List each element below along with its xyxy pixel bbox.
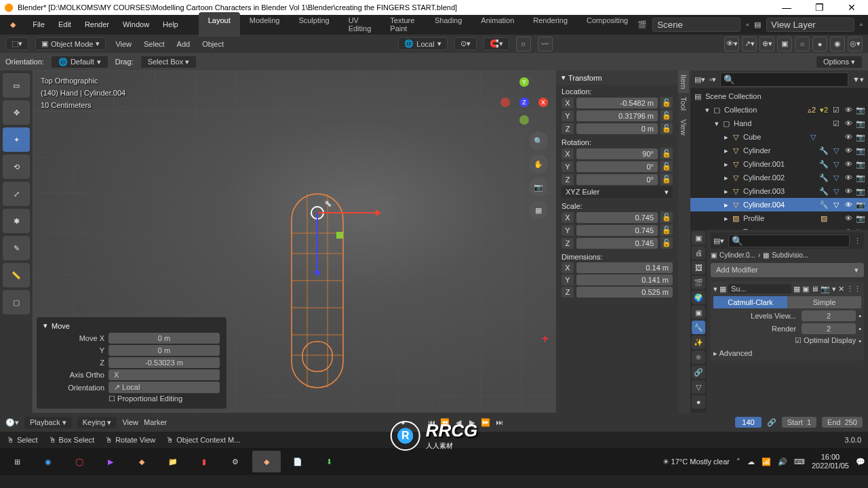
- tool-scale[interactable]: ⤢: [3, 182, 30, 206]
- loc-y[interactable]: 0.31796 m: [576, 110, 658, 121]
- header-select[interactable]: Select: [141, 40, 167, 48]
- rot-y[interactable]: 0°: [576, 161, 658, 172]
- menu-file[interactable]: File: [26, 20, 52, 28]
- oper-axis[interactable]: X: [108, 369, 220, 380]
- outliner-display-icon[interactable]: ▫▾: [709, 75, 716, 84]
- taskbar-app-red[interactable]: ▮: [190, 451, 218, 472]
- tool-rotate[interactable]: ⟲: [3, 155, 30, 179]
- operator-header[interactable]: ▾ Move: [43, 321, 220, 330]
- lock-rot-z-icon[interactable]: 🔓: [660, 174, 673, 185]
- lock-loc-y-icon[interactable]: 🔓: [660, 110, 673, 121]
- dim-x[interactable]: 0.14 m: [576, 262, 673, 273]
- tray-chevron-icon[interactable]: ˄: [736, 458, 741, 466]
- tab-texture-paint[interactable]: Texture Paint: [380, 12, 425, 37]
- orientation-selector[interactable]: 🌐 Local ▾: [398, 37, 447, 50]
- frame-link-icon[interactable]: 🔗: [767, 418, 776, 427]
- ptab-world[interactable]: 🌍: [692, 291, 705, 304]
- tool-annotate[interactable]: ✎: [3, 236, 30, 260]
- drag-select[interactable]: Select Box ▾: [140, 56, 197, 68]
- snap-toggle[interactable]: 🧲▾: [484, 37, 509, 50]
- lock-scl-x-icon[interactable]: 🔓: [660, 211, 673, 223]
- editor-type-icon[interactable]: ⬚▾: [5, 37, 28, 50]
- mod-dropdown-icon[interactable]: ▾: [832, 285, 836, 293]
- ptab-material[interactable]: ●: [692, 395, 705, 409]
- gizmo-x[interactable]: X: [538, 98, 548, 107]
- npanel-tab-tool[interactable]: Tool: [678, 93, 689, 115]
- mod-display-viewport-icon[interactable]: 🖥: [811, 285, 818, 293]
- timeline-editor-icon[interactable]: 🕐▾: [5, 418, 19, 427]
- mod-name[interactable]: Su...: [728, 284, 791, 293]
- lock-rot-y-icon[interactable]: 🔓: [660, 161, 673, 172]
- timeline-view[interactable]: View: [122, 418, 138, 426]
- gizmo-z[interactable]: Z: [519, 98, 529, 107]
- orientation-select[interactable]: 🌐 Default ▾: [51, 56, 108, 68]
- crumb-mod-icon[interactable]: ▦: [763, 251, 769, 259]
- tool-cursor[interactable]: ✥: [3, 100, 30, 125]
- camera-icon[interactable]: 📷: [529, 178, 548, 197]
- props-search[interactable]: [728, 235, 850, 247]
- taskbar-opera[interactable]: ◯: [65, 451, 94, 472]
- shading-render-icon[interactable]: ◎▾: [848, 37, 863, 52]
- playback-menu[interactable]: Playback ▾: [24, 417, 72, 428]
- rotation-mode[interactable]: XYZ Euler: [566, 188, 599, 197]
- lock-loc-x-icon[interactable]: 🔓: [660, 97, 673, 108]
- shading-wire-icon[interactable]: ○: [795, 37, 810, 52]
- mod-display-cage-icon[interactable]: ▣: [802, 285, 809, 293]
- viewlayer-new-icon[interactable]: ▫: [860, 20, 863, 28]
- mod-extra-icon[interactable]: ⋮⋮: [846, 285, 861, 293]
- scene-name-input[interactable]: [652, 18, 741, 32]
- zoom-icon[interactable]: 🔍: [529, 131, 548, 150]
- ptab-constraints[interactable]: 🔗: [692, 365, 705, 379]
- levels-render[interactable]: 2: [802, 323, 856, 334]
- restrict-select-icon[interactable]: ☑: [831, 106, 841, 115]
- outliner-editor-icon[interactable]: ▤▾: [694, 75, 705, 84]
- mod-display-render-icon[interactable]: 📷: [821, 285, 830, 293]
- oper-move-x[interactable]: 0 m: [108, 333, 220, 344]
- options-button[interactable]: Options ▾: [816, 56, 863, 68]
- dim-y[interactable]: 0.141 m: [576, 274, 673, 285]
- viewlayer-input[interactable]: [766, 18, 854, 32]
- ptab-data[interactable]: ▽: [692, 380, 705, 394]
- ptab-render[interactable]: ▣: [692, 231, 705, 245]
- loc-x[interactable]: -0.5482 m: [576, 98, 658, 108]
- lock-scl-z-icon[interactable]: 🔓: [660, 237, 673, 249]
- rot-z[interactable]: 0°: [576, 174, 658, 185]
- keying-menu[interactable]: Keying ▾: [77, 417, 117, 428]
- header-object[interactable]: Object: [199, 40, 226, 48]
- mod-display-edit-icon[interactable]: ▦: [793, 285, 800, 293]
- oper-move-z[interactable]: -0.53023 m: [108, 357, 220, 368]
- menu-render[interactable]: Render: [78, 20, 116, 28]
- oper-orientation[interactable]: ↗ Local: [108, 382, 220, 393]
- current-frame[interactable]: 140: [735, 417, 761, 428]
- overlay-icon[interactable]: ⊕▾: [760, 37, 774, 52]
- tray-onedrive-icon[interactable]: ☁: [747, 458, 755, 466]
- menu-edit[interactable]: Edit: [52, 20, 78, 28]
- pan-icon[interactable]: ✋: [529, 155, 548, 174]
- gizmo-icon[interactable]: ↗▾: [742, 37, 757, 52]
- props-editor-icon[interactable]: ▤▾: [713, 237, 724, 245]
- crumb-obj-icon[interactable]: ▣: [711, 251, 717, 259]
- ptab-scene[interactable]: 🎬: [692, 276, 705, 289]
- end-frame[interactable]: 250: [845, 418, 857, 426]
- jump-end-icon[interactable]: ⏭: [493, 418, 505, 427]
- ptab-particles[interactable]: ✨: [692, 336, 705, 349]
- taskbar-download[interactable]: ⬇: [315, 451, 343, 472]
- lock-loc-z-icon[interactable]: 🔓: [660, 123, 673, 134]
- tool-addcube[interactable]: ▢: [3, 290, 30, 314]
- tray-time[interactable]: 16:00: [821, 453, 840, 461]
- subsurf-catmull[interactable]: Catmull-Clark: [713, 296, 787, 308]
- tool-select-box[interactable]: ▭: [3, 73, 30, 98]
- tray-notifications-icon[interactable]: 💬: [856, 458, 865, 466]
- perspective-icon[interactable]: ▦: [529, 201, 548, 220]
- minimize-button[interactable]: —: [774, 2, 799, 13]
- dim-z[interactable]: 0.525 m: [576, 287, 673, 298]
- outliner-search[interactable]: [720, 73, 848, 87]
- close-button[interactable]: ✕: [840, 2, 864, 13]
- oper-move-y[interactable]: 0 m: [108, 345, 220, 356]
- tab-layout[interactable]: Layout: [199, 12, 240, 37]
- camera-icon[interactable]: 📷: [856, 106, 865, 115]
- tab-rendering[interactable]: Rendering: [524, 12, 577, 37]
- subsurf-simple[interactable]: Simple: [787, 296, 861, 308]
- app-icon[interactable]: ◆: [4, 15, 22, 34]
- ptab-object[interactable]: ▣: [692, 306, 705, 319]
